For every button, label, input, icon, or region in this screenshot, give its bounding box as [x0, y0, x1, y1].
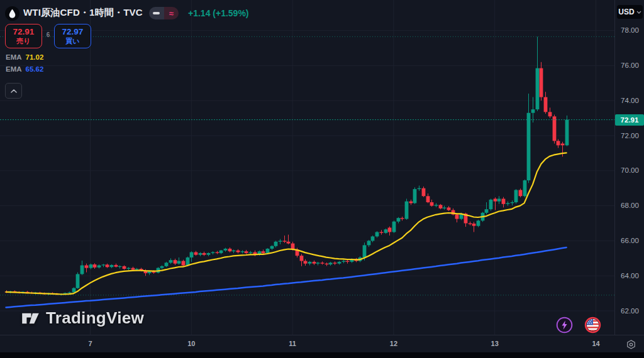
candle-body — [274, 242, 278, 246]
candle-body — [502, 198, 506, 203]
candle-body — [426, 196, 430, 202]
candle-body — [160, 266, 164, 268]
candle-body — [333, 263, 337, 263]
candle-body — [80, 265, 84, 274]
candle-body — [219, 251, 223, 253]
candle-body — [401, 218, 404, 219]
candle-body — [472, 224, 476, 226]
candle-body — [469, 224, 472, 224]
candle-body — [489, 200, 493, 209]
candle-body — [316, 263, 320, 263]
symbol-logo-oil-drop-icon — [5, 6, 19, 21]
settings-gear-icon[interactable] — [624, 337, 638, 351]
candle-body — [418, 188, 421, 189]
time-axis-label: 10 — [187, 340, 195, 347]
time-axis-label: 13 — [491, 340, 499, 347]
candle-body — [485, 209, 489, 213]
bottom-edge-bar — [0, 352, 644, 358]
time-axis-label: 12 — [390, 340, 397, 347]
time-axis-label: 7 — [88, 340, 92, 347]
candle-body — [131, 268, 135, 270]
candle-body — [266, 249, 270, 253]
us-flag-event-icon[interactable] — [584, 317, 601, 334]
price-axis[interactable]: 78.0076.0074.0072.0070.0068.0066.0064.00… — [614, 0, 644, 335]
candle-body — [553, 116, 557, 141]
candle-body — [76, 274, 80, 288]
chart-window: 78.0076.0074.0072.0070.0068.0066.0064.00… — [0, 0, 644, 358]
tradingview-logo-icon — [21, 308, 40, 328]
candle-body — [300, 256, 304, 261]
candle-body — [405, 202, 409, 219]
chart-style-pill[interactable]: ≈ — [149, 7, 179, 19]
candle-body — [216, 252, 219, 253]
candle-body — [118, 266, 122, 267]
candle-body — [186, 258, 190, 266]
candle-body — [371, 236, 375, 241]
candle-body — [477, 220, 480, 225]
candle-body — [565, 120, 569, 146]
candle-body — [321, 263, 325, 263]
watermark-text: TradingView — [46, 308, 144, 328]
candle-body — [123, 266, 126, 269]
candle-body — [174, 260, 177, 264]
last-price-tag: 72.91 — [615, 114, 644, 126]
bar-style-icon — [149, 7, 164, 19]
candle-body — [422, 188, 426, 197]
candle-body — [397, 218, 401, 222]
sell-button[interactable]: 72.91 売り — [5, 24, 42, 48]
candle-body — [363, 245, 367, 258]
candle-body — [497, 198, 501, 201]
spread-value: 6 — [42, 31, 54, 38]
candle-body — [211, 252, 215, 253]
price-axis-label: 78.00 — [615, 26, 644, 34]
candle-body — [561, 144, 565, 146]
candle-body — [439, 205, 443, 209]
price-axis-label: 62.00 — [615, 307, 644, 315]
candle-body — [511, 202, 514, 203]
candle-body — [313, 262, 316, 264]
candle-body — [367, 241, 371, 245]
candlestick-chart-plot[interactable] — [0, 0, 614, 335]
candle-body — [102, 264, 106, 265]
price-axis-label: 70.00 — [615, 166, 644, 174]
candle-body — [72, 288, 76, 293]
candle-body — [392, 222, 396, 232]
candle-body — [384, 229, 388, 233]
candle-body — [519, 190, 523, 196]
buy-button[interactable]: 72.97 買い — [54, 24, 91, 48]
candle-body — [165, 263, 169, 266]
ema-label: EMA — [6, 53, 22, 61]
currency-selector[interactable]: USD — [617, 5, 643, 19]
candle-body — [544, 97, 548, 112]
candle-body — [135, 269, 139, 269]
candle-body — [388, 227, 392, 232]
candle-body — [430, 202, 434, 206]
candle-body — [199, 253, 203, 255]
chevron-down-icon — [636, 11, 641, 14]
price-axis-label: 72.00 — [615, 132, 644, 139]
price-change-text: +1.14 (+1.59%) — [188, 8, 249, 18]
ema-slow-value: 65.62 — [26, 65, 44, 73]
candle-body — [287, 242, 291, 244]
candle-body — [536, 68, 540, 110]
candle-body — [283, 241, 287, 241]
candle-body — [106, 264, 109, 267]
collapse-legend-button[interactable] — [5, 83, 22, 99]
buy-price: 72.97 — [62, 27, 84, 37]
candle-body — [455, 215, 459, 219]
ema-label: EMA — [6, 65, 22, 73]
tradingview-watermark: TradingView — [21, 308, 144, 328]
ema-slow-legend: EMA65.62 — [6, 65, 43, 73]
candle-body — [413, 189, 417, 203]
time-axis-label: 11 — [289, 340, 296, 347]
candle-body — [241, 251, 245, 252]
candle-body — [85, 265, 89, 268]
price-axis-label: 64.00 — [615, 272, 644, 279]
candle-body — [68, 292, 72, 293]
candle-body — [93, 264, 97, 268]
candle-body — [435, 205, 438, 205]
earnings-lightning-icon[interactable] — [556, 317, 573, 334]
candle-body — [228, 249, 232, 251]
candle-body — [194, 252, 198, 255]
ema-fast-legend: EMA71.02 — [6, 53, 43, 61]
